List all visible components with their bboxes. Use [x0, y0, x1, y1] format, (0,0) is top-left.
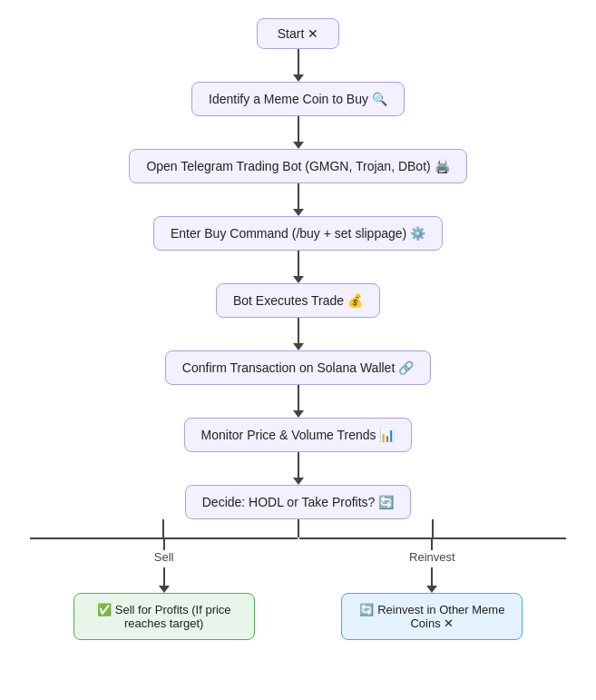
telegram-label: Open Telegram Trading Bot (GMGN, Trojan,…	[146, 159, 430, 173]
buy-command-icon: ⚙️	[410, 226, 425, 241]
execute-label: Bot Executes Trade	[233, 293, 344, 308]
telegram-node: Open Telegram Trading Bot (GMGN, Trojan,…	[129, 149, 466, 183]
start-node: Start ✕	[257, 18, 339, 49]
sell-node-label: Sell for Profits (If price reaches targe…	[115, 603, 231, 630]
reinvest-node: 🔄Reinvest in Other Meme Coins ✕	[341, 593, 523, 640]
telegram-icon: 🖨️	[435, 159, 450, 173]
buy-command-node: Enter Buy Command (/buy + set slippage) …	[153, 216, 443, 251]
decide-label: Decide: HODL or Take Profits?	[202, 495, 376, 509]
buy-command-label: Enter Buy Command (/buy + set slippage)	[171, 226, 406, 241]
arrow-6	[293, 385, 304, 418]
arrow-7	[293, 452, 304, 485]
start-label: Start	[278, 26, 305, 41]
decide-node: Decide: HODL or Take Profits? 🔄	[185, 485, 412, 519]
execute-node: Bot Executes Trade 💰	[216, 283, 380, 318]
monitor-label: Monitor Price & Volume Trends	[201, 428, 376, 442]
identify-node: Identify a Meme Coin to Buy 🔍	[191, 82, 405, 116]
confirm-node: Confirm Transaction on Solana Wallet 🔗	[165, 350, 431, 385]
monitor-icon: 📊	[379, 428, 395, 442]
arrow-4	[293, 251, 304, 283]
confirm-label: Confirm Transaction on Solana Wallet	[182, 360, 395, 375]
monitor-node: Monitor Price & Volume Trends 📊	[184, 418, 413, 452]
execute-icon: 💰	[347, 293, 363, 308]
identify-label: Identify a Meme Coin to Buy	[209, 92, 368, 106]
sell-node: ✅Sell for Profits (If price reaches targ…	[73, 593, 255, 640]
arrow-5	[293, 318, 304, 350]
identify-icon: 🔍	[372, 92, 387, 106]
arrow-3	[293, 183, 304, 216]
branch-container: Sell ✅Sell for Profits (If price reaches…	[30, 519, 566, 640]
start-icon: ✕	[308, 26, 318, 41]
flowchart: Start ✕ Identify a Meme Coin to Buy 🔍 Op…	[0, 18, 596, 640]
reinvest-label: Reinvest	[409, 550, 455, 564]
confirm-icon: 🔗	[398, 360, 414, 375]
reinvest-node-label: Reinvest in Other Meme Coins	[377, 603, 504, 630]
decide-icon: 🔄	[378, 495, 394, 509]
sell-label: Sell	[154, 550, 174, 564]
arrow-1	[293, 49, 304, 82]
arrow-2	[293, 116, 304, 149]
